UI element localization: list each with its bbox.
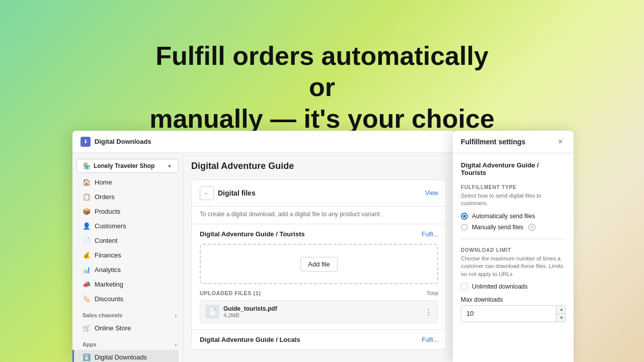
hero-line1: Fulfill orders automatically or	[155, 41, 489, 102]
sidebar-item-customers-label: Customers	[95, 222, 126, 230]
sidebar-item-products[interactable]: 📦 Products	[76, 204, 179, 218]
sidebar-item-marketing-label: Marketing	[95, 281, 123, 288]
uploaded-label: UPLOADED FILES (1)	[200, 290, 261, 296]
card-description: To create a digital download, add a digi…	[192, 207, 446, 224]
sidebar-item-online-store-label: Online Store	[95, 324, 131, 332]
apps-expand-icon[interactable]: ›	[175, 342, 177, 347]
products-icon: 📦	[83, 207, 91, 215]
digital-files-card: ← Digital files View To create a digital…	[191, 179, 447, 350]
upload-area-tourists[interactable]: Add file	[200, 244, 438, 284]
sidebar-item-finances[interactable]: 💰 Finances	[76, 248, 179, 262]
file-size: 4.2MB	[223, 312, 421, 318]
home-icon: 🏠	[83, 178, 91, 186]
sales-channels-section: Sales channels ›	[72, 306, 183, 320]
sales-channels-label: Sales channels	[83, 312, 123, 318]
orders-icon: 📋	[83, 193, 91, 201]
download-limit-label: DOWNLOAD LIMIT	[461, 247, 566, 253]
file-name: Guide_tourists.pdf	[223, 305, 421, 312]
content-icon: 📄	[83, 236, 91, 244]
max-downloads-input-row: ▲ ▼	[461, 305, 566, 322]
variant-locals-header: Digital Adventure Guide / Locals Fulfi..…	[192, 330, 446, 349]
variant-tourists-action[interactable]: Fulfi...	[422, 231, 438, 238]
sidebar-item-content-label: Content	[95, 237, 118, 244]
panel-header: Fulfillment settings ×	[453, 131, 574, 153]
sidebar-item-customers[interactable]: 👤 Customers	[76, 219, 179, 233]
manual-send-radio[interactable]	[461, 224, 468, 231]
sidebar-item-home[interactable]: 🏠 Home	[76, 175, 179, 189]
spinner-up-button[interactable]: ▲	[556, 306, 566, 314]
finances-icon: 💰	[83, 251, 91, 259]
store-selector[interactable]: 🏪 Lonely Traveler Shop ▼	[76, 159, 179, 173]
download-limit-desc: Choose the maximum number of times a cus…	[461, 255, 566, 278]
panel-body: Digital Adventure Guide / Tourists FULFI…	[453, 153, 574, 362]
digital-downloads-icon: ⬇️	[83, 353, 91, 361]
customers-icon: 👤	[83, 222, 91, 230]
sidebar-item-discounts[interactable]: 🏷️ Discounts	[76, 292, 179, 306]
auto-send-option[interactable]: Automatically send files	[461, 213, 566, 220]
expand-icon[interactable]: ›	[175, 313, 177, 318]
variant-locals-action[interactable]: Fulfi...	[422, 336, 438, 343]
total-label: Total	[427, 290, 438, 296]
auto-send-label: Automatically send files	[472, 213, 535, 220]
store-name: Lonely Traveler Shop	[94, 162, 154, 169]
app-window: ⬇ Digital Downloads 🏪 Lonely Traveler Sh…	[72, 131, 455, 362]
add-file-button[interactable]: Add file	[300, 257, 337, 272]
divider	[461, 239, 566, 239]
app-topbar: ⬇ Digital Downloads	[72, 131, 455, 153]
file-menu-button[interactable]: ⋮	[425, 307, 433, 317]
hero-line2: manually — it's your choice	[149, 104, 495, 133]
unlimited-downloads-row[interactable]: Unlimited downloads	[461, 283, 566, 290]
variant-tourists-section: Digital Adventure Guide / Tourists Fulfi…	[192, 224, 446, 329]
app-topbar-icon: ⬇	[80, 137, 91, 147]
chevron-down-icon: ▼	[167, 163, 172, 169]
sidebar-item-online-store[interactable]: 🛒 Online Store	[76, 321, 179, 335]
close-button[interactable]: ×	[555, 137, 566, 147]
variant-locals-section: Digital Adventure Guide / Locals Fulfi..…	[192, 329, 446, 349]
unlimited-downloads-checkbox[interactable]	[461, 283, 468, 290]
uploaded-header: UPLOADED FILES (1) Total	[200, 290, 438, 296]
marketing-icon: 📣	[83, 280, 91, 288]
sidebar-item-orders[interactable]: 📋 Orders	[76, 190, 179, 204]
sidebar-item-content[interactable]: 📄 Content	[76, 233, 179, 247]
sidebar-item-orders-label: Orders	[95, 193, 115, 201]
panel-product-title: Digital Adventure Guide / Tourists	[461, 161, 566, 176]
auto-send-radio[interactable]	[461, 213, 468, 220]
sidebar-item-products-label: Products	[95, 208, 120, 215]
variant-tourists-header: Digital Adventure Guide / Tourists Fulfi…	[192, 224, 446, 244]
max-downloads-label: Max downloads	[461, 296, 566, 303]
sidebar-item-analytics[interactable]: 📊 Analytics	[76, 262, 179, 277]
app-body: 🏪 Lonely Traveler Shop ▼ 🏠 Home 📋 Orders…	[72, 153, 455, 362]
card-header: ← Digital files View	[192, 180, 446, 207]
fulfillment-type-label: FULFILLMENT TYPE	[461, 185, 566, 190]
manual-send-label: Manually send files	[472, 224, 523, 231]
variant-locals-title: Digital Adventure Guide / Locals	[200, 336, 300, 343]
main-content: Digital Adventure Guide ← Digital files …	[183, 153, 455, 362]
store-icon: 🏪	[83, 162, 91, 169]
discounts-icon: 🏷️	[83, 295, 91, 303]
apps-section-label: Apps	[83, 341, 97, 347]
file-row: 📄 Guide_tourists.pdf 4.2MB ⋮	[200, 300, 438, 323]
unlimited-downloads-label: Unlimited downloads	[472, 283, 528, 290]
sidebar: 🏪 Lonely Traveler Shop ▼ 🏠 Home 📋 Orders…	[72, 153, 183, 362]
sidebar-item-marketing[interactable]: 📣 Marketing	[76, 277, 179, 291]
card-header-title: Digital files	[218, 189, 256, 197]
hero-title: Fulfill orders automatically or manually…	[146, 40, 498, 134]
spinner-down-button[interactable]: ▼	[556, 314, 566, 322]
manual-send-option[interactable]: Manually send files ?	[461, 224, 566, 231]
number-spinners: ▲ ▼	[556, 306, 566, 322]
panel-title: Fulfillment settings	[461, 138, 525, 146]
back-button[interactable]: ←	[200, 186, 214, 200]
fulfillment-type-section: FULFILLMENT TYPE Select how to send digi…	[461, 185, 566, 231]
file-info: Guide_tourists.pdf 4.2MB	[223, 305, 421, 318]
variant-tourists-title: Digital Adventure Guide / Tourists	[200, 230, 305, 238]
download-limit-section: DOWNLOAD LIMIT Choose the maximum number…	[461, 247, 566, 322]
max-downloads-input[interactable]	[461, 307, 556, 320]
help-icon[interactable]: ?	[528, 224, 535, 231]
uploaded-section: UPLOADED FILES (1) Total 📄 Guide_tourist…	[192, 290, 446, 329]
page-title: Digital Adventure Guide	[191, 161, 447, 171]
online-store-icon: 🛒	[83, 324, 91, 332]
view-button[interactable]: View	[425, 190, 438, 197]
sidebar-item-analytics-label: Analytics	[95, 266, 121, 274]
sidebar-item-digital-downloads[interactable]: ⬇️ Digital Downloads	[72, 350, 179, 362]
app-topbar-title: Digital Downloads	[95, 138, 151, 145]
